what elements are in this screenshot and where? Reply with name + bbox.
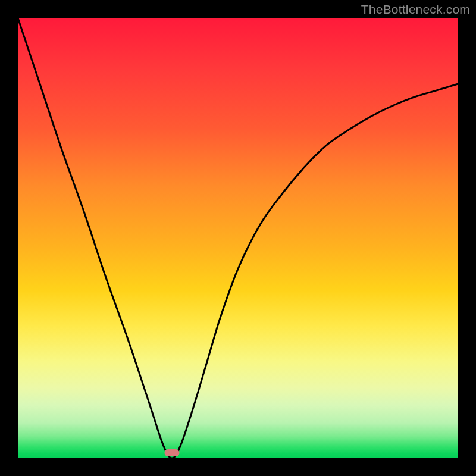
watermark-text: TheBottleneck.com <box>361 2 470 17</box>
plot-area <box>18 18 458 458</box>
chart-stage: TheBottleneck.com <box>0 0 476 476</box>
min-marker <box>165 449 180 456</box>
chart-curve <box>18 18 458 458</box>
